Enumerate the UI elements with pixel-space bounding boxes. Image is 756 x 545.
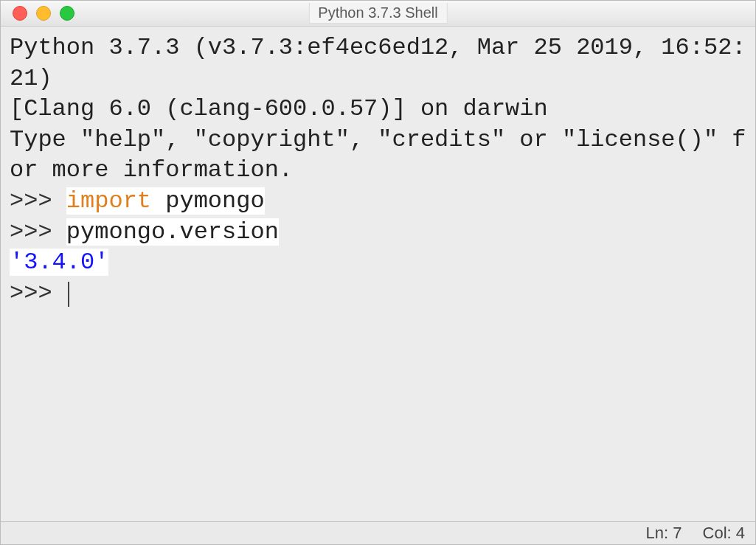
text-cursor-icon <box>68 282 69 307</box>
string-output: '3.4.0' <box>10 249 108 276</box>
window-title: Python 3.7.3 Shell <box>308 3 447 24</box>
code-text: pymongo <box>165 187 264 215</box>
minimize-icon[interactable] <box>36 6 51 21</box>
shell-output-area[interactable]: Python 3.7.3 (v3.7.3:ef4ec6ed12, Mar 25 … <box>1 27 755 521</box>
titlebar[interactable]: Python 3.7.3 Shell <box>1 1 755 27</box>
banner-line: [Clang 6.0 (clang-600.0.57)] on darwin <box>10 95 548 122</box>
prompt: >>> <box>10 187 66 215</box>
code-text: pymongo.version <box>66 218 279 246</box>
prompt: >>> <box>10 218 66 246</box>
statusbar: Ln: 7 Col: 4 <box>1 521 755 544</box>
keyword-import: import <box>66 187 151 215</box>
status-line-number: Ln: 7 <box>646 524 682 543</box>
prompt: >>> <box>10 280 66 307</box>
app-window: Python 3.7.3 Shell Python 3.7.3 (v3.7.3:… <box>0 0 756 545</box>
zoom-icon[interactable] <box>60 6 74 21</box>
close-icon[interactable] <box>13 6 27 21</box>
banner-line: Type "help", "copyright", "credits" or "… <box>10 126 746 184</box>
traffic-lights <box>13 6 74 21</box>
code-text <box>151 187 165 215</box>
banner-line: Python 3.7.3 (v3.7.3:ef4ec6ed12, Mar 25 … <box>10 34 746 92</box>
status-col-number: Col: 4 <box>703 524 745 543</box>
